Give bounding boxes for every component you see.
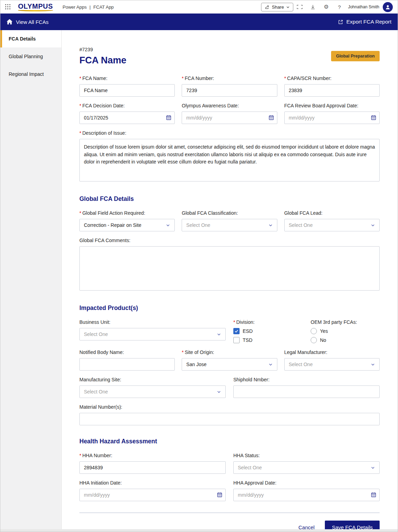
material-numbers-input[interactable]: [79, 413, 380, 425]
calendar-icon[interactable]: [371, 492, 376, 497]
field-olympus-awareness-date: Olympus Awareness Date:: [182, 103, 277, 124]
app-name-label: FCAT App: [93, 5, 114, 10]
division-tsd-label: TSD: [243, 337, 252, 343]
shiphold-number-input[interactable]: [233, 385, 380, 398]
global-fca-comments-textarea[interactable]: [79, 246, 380, 291]
share-label: Share: [272, 5, 284, 10]
fca-decision-date-input[interactable]: [79, 112, 175, 124]
person-icon: [385, 4, 391, 10]
field-global-fca-comments: Global FCA Comments:: [79, 238, 380, 292]
checkbox-icon[interactable]: [233, 328, 240, 334]
download-icon[interactable]: [306, 2, 320, 11]
chevron-down-icon: [217, 390, 221, 394]
required-marker: *: [79, 130, 81, 136]
calendar-icon[interactable]: [217, 492, 222, 497]
manufacturing-site-select[interactable]: Select One: [79, 385, 226, 398]
share-button[interactable]: Share: [261, 3, 293, 11]
division-label: Division:: [236, 319, 254, 325]
breadcrumb-divider: |: [89, 5, 90, 10]
description-of-issue-label: Description of Issue:: [82, 130, 126, 136]
sidebar-item-regional-impact[interactable]: Regional Impact: [0, 65, 61, 83]
export-icon: [338, 19, 343, 25]
field-fca-review-board-approval-date: FCA Review Board Approval Date:: [284, 103, 380, 124]
olympus-logo: OLYMPUS: [18, 3, 53, 11]
user-avatar[interactable]: [383, 2, 393, 12]
oem-option-yes[interactable]: Yes: [311, 328, 380, 334]
sidebar-item-fca-details[interactable]: FCA Details: [0, 30, 61, 47]
view-all-fcas-link[interactable]: View All FCAs: [7, 19, 49, 25]
field-legal-manufacturer: Legal Manufacturer: Select One: [284, 349, 380, 371]
field-site-of-origin: *Site of Origin: San Jose: [182, 349, 277, 371]
fca-name-input[interactable]: [79, 84, 175, 97]
field-fca-name: *FCA Name:: [79, 76, 175, 97]
business-unit-select[interactable]: Select One: [79, 328, 226, 340]
save-fca-details-button[interactable]: Save FCA Details: [325, 521, 380, 529]
chevron-down-icon: [268, 223, 273, 228]
chevron-down-icon: [371, 466, 375, 470]
fca-review-board-approval-date-input[interactable]: [284, 112, 380, 124]
chevron-down-icon: [286, 5, 290, 9]
capa-scr-number-input[interactable]: [284, 84, 380, 97]
footer-actions: Cancel Save FCA Details: [79, 513, 380, 529]
hha-initiation-date-input[interactable]: [79, 489, 226, 501]
field-fca-number: *FCA Number:: [182, 76, 277, 97]
global-fca-classification-select[interactable]: Select One: [182, 219, 277, 231]
chevron-down-icon: [217, 332, 221, 337]
global-field-action-required-select[interactable]: Correction - Repair on Site: [79, 219, 175, 231]
calendar-icon[interactable]: [269, 115, 274, 120]
radio-icon[interactable]: [311, 337, 317, 343]
waffle-menu-icon[interactable]: [5, 4, 11, 10]
section-title-impacted-products: Impacted Product(s): [79, 304, 380, 312]
help-icon[interactable]: ?: [333, 2, 346, 11]
cancel-button[interactable]: Cancel: [298, 524, 315, 529]
chevron-down-icon: [268, 362, 273, 367]
page-header: #7239 FCA Name Global Preparation: [79, 47, 380, 66]
notified-body-name-input[interactable]: [79, 358, 175, 371]
hha-number-input[interactable]: [79, 461, 226, 474]
calendar-icon[interactable]: [371, 115, 376, 120]
calendar-icon[interactable]: [166, 115, 171, 120]
notified-body-name-label: Notified Body Name:: [79, 349, 175, 355]
oem-3rd-party-fcas-label: OEM 3rd party FCAs:: [311, 319, 380, 325]
radio-icon[interactable]: [311, 328, 317, 334]
field-manufacturing-site: Manufacturing Site: Select One: [79, 377, 226, 398]
settings-gear-icon[interactable]: ⚙: [320, 2, 333, 11]
fca-number-label: FCA Number:: [185, 76, 214, 81]
required-marker: *: [233, 319, 235, 325]
oem-option-no[interactable]: No: [311, 337, 380, 343]
site-of-origin-select[interactable]: San Jose: [182, 358, 277, 371]
share-icon: [265, 5, 270, 10]
hha-approval-date-input[interactable]: [233, 489, 380, 501]
field-division: *Division: ESD: [233, 319, 311, 343]
global-fca-lead-select[interactable]: Select One: [284, 219, 380, 231]
chevron-down-icon: [371, 362, 375, 367]
field-notified-body-name: Notified Body Name:: [79, 349, 175, 371]
fca-number-input[interactable]: [182, 84, 277, 97]
field-global-field-action-required: *Global Field Action Required: Correctio…: [79, 210, 175, 231]
fit-to-window-icon[interactable]: [293, 2, 306, 11]
olympus-awareness-date-input[interactable]: [182, 112, 277, 124]
fca-review-board-approval-date-label: FCA Review Board Approval Date:: [284, 103, 380, 108]
hha-status-select[interactable]: Select One: [233, 461, 380, 474]
division-option-esd[interactable]: ESD: [233, 328, 311, 334]
field-hha-initiation-date: HHA Initiation Date:: [79, 480, 226, 501]
breadcrumb: Power Apps | FCAT App: [63, 5, 114, 10]
global-fca-lead-label: Global FCA Lead:: [284, 210, 380, 216]
export-fca-report-button[interactable]: Export FCA Report: [338, 19, 391, 25]
home-icon: [7, 19, 12, 25]
division-option-tsd[interactable]: TSD: [233, 337, 311, 343]
global-fca-classification-label: Global FCA Classification:: [182, 210, 277, 216]
sidebar-item-label: FCA Details: [9, 36, 36, 42]
power-apps-label: Power Apps: [63, 5, 87, 10]
checkbox-icon[interactable]: [233, 337, 240, 343]
description-of-issue-textarea[interactable]: Description of Issue lorem ipsum dolor s…: [79, 139, 380, 181]
field-shiphold-number: Shiphold Nmber:: [233, 377, 380, 398]
sidebar-item-label: Global Planning: [9, 54, 43, 59]
chevron-down-icon: [166, 223, 170, 228]
legal-manufacturer-label: Legal Manufacturer:: [284, 349, 380, 355]
top-bar: OLYMPUS Power Apps | FCAT App Share: [0, 0, 398, 14]
sidebar-item-global-planning[interactable]: Global Planning: [0, 48, 61, 65]
field-oem-3rd-party-fcas: OEM 3rd party FCAs: Yes No: [311, 319, 380, 343]
legal-manufacturer-select[interactable]: Select One: [284, 358, 380, 371]
required-marker: *: [79, 103, 81, 108]
